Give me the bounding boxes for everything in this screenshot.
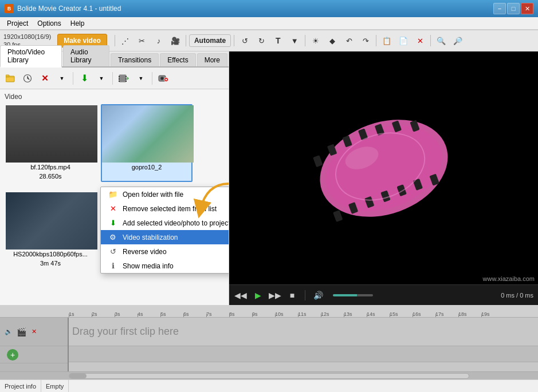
preview-controls: ◀◀ ▶ ▶▶ ■ 🔊 0 ms / 0 ms: [229, 284, 538, 305]
remove-dropdown-button[interactable]: ▼: [54, 70, 70, 86]
scroll-thumb[interactable]: [69, 374, 87, 378]
text-tool-button[interactable]: T: [270, 33, 285, 48]
ruler-mark-10s: 10s: [275, 311, 298, 317]
zoom-button[interactable]: 🔎: [450, 33, 465, 48]
svg-rect-9: [125, 78, 127, 80]
delete-track-button[interactable]: ✕: [29, 327, 39, 337]
video-track-row[interactable]: Drag your first clip here: [69, 318, 538, 346]
video-item-hs[interactable]: HS2000kbps1080p60fps... 3m 47s: [5, 191, 96, 269]
minimize-button[interactable]: −: [493, 3, 506, 14]
remove-button[interactable]: ✕: [37, 70, 53, 86]
timeline-area: 1s 2s 3s 4s 5s 6s 7s 8s 9s 10s 11s 12s 1…: [0, 305, 538, 379]
fx-tool-button[interactable]: 🎥: [168, 33, 183, 48]
open-folder-button[interactable]: [2, 70, 18, 86]
thumb-bf-visual: [6, 105, 97, 163]
tab-photo-video[interactable]: Photo/Video Library: [0, 45, 62, 68]
library-content: Video bf.120fps.mp4 28.650s: [0, 89, 229, 305]
video-item-gopro[interactable]: gopro10_2: [101, 104, 193, 182]
text-dropdown-button[interactable]: ▼: [287, 33, 302, 48]
tab-audio[interactable]: Audio Library: [63, 45, 109, 66]
audio-track-row[interactable]: [69, 346, 538, 362]
title-bar: B Bolide Movie Creator 4.1 - untitled − …: [0, 0, 538, 17]
brightness-button[interactable]: ☀: [308, 33, 323, 48]
ctx-reverse-video[interactable]: ↺ Reverse video: [101, 244, 229, 259]
ruler-mark-12s: 12s: [321, 311, 344, 317]
volume-icon[interactable]: 🔊: [311, 288, 325, 302]
audio-tool-button[interactable]: ♪: [151, 33, 166, 48]
right-panel: www.xiazaiba.com ◀◀ ▶ ▶▶ ■ 🔊 0 ms / 0 ms: [229, 52, 538, 305]
video-dropdown-button[interactable]: ▼: [133, 70, 149, 86]
insert-video-button[interactable]: [116, 70, 132, 86]
ruler-mark-2s: 2s: [92, 311, 115, 317]
tab-effects[interactable]: Effects: [160, 53, 195, 66]
window-title: Bolide Movie Creator 4.1 - untitled: [17, 5, 493, 13]
film-reel: [304, 105, 464, 231]
menu-project[interactable]: Project: [2, 18, 33, 29]
info-icon: ℹ: [108, 262, 118, 270]
crop-tool-button[interactable]: ⋰: [118, 33, 133, 48]
tb-sep1: [73, 72, 73, 85]
timeline-tracks: 🔈 🎬 ✕ + Drag your first clip here: [0, 318, 538, 371]
track-controls: 🔈 🎬 ✕ +: [0, 318, 69, 371]
thumb-hs-visual: [6, 192, 97, 250]
svg-point-14: [162, 77, 163, 79]
time-display: 0 ms / 0 ms: [501, 292, 533, 299]
redo-button[interactable]: ↷: [358, 33, 373, 48]
copy-button[interactable]: 📋: [379, 33, 394, 48]
delete-button[interactable]: ✕: [413, 33, 427, 48]
mute-video-button[interactable]: 🔈: [3, 327, 14, 337]
webcam-button[interactable]: [155, 70, 171, 86]
timeline-ruler: 1s 2s 3s 4s 5s 6s 7s 8s 9s 10s 11s 12s 1…: [0, 305, 538, 318]
add-project-icon: ⬇: [108, 219, 118, 227]
scroll-track[interactable]: [69, 373, 469, 379]
ctx-show-media-info[interactable]: ℹ Show media info: [101, 259, 229, 273]
sep2: [186, 35, 186, 46]
fast-forward-button[interactable]: ▶▶: [268, 288, 282, 302]
reverse-icon: ↺: [108, 247, 118, 256]
play-button[interactable]: ▶: [251, 288, 265, 302]
drop-zone-text: Drag your first clip here: [72, 326, 179, 338]
stop-button[interactable]: ■: [285, 288, 299, 302]
ctx-video-stabilization[interactable]: ⚙ Video stabilization: [101, 230, 229, 244]
recent-files-button[interactable]: [19, 70, 36, 86]
tab-more[interactable]: More: [197, 53, 227, 66]
ruler-mark-6s: 6s: [183, 311, 206, 317]
ruler-mark-16s: 16s: [413, 311, 435, 317]
add-track-button[interactable]: +: [7, 349, 18, 361]
tab-bar: Photo/Video Library Audio Library Transi…: [0, 52, 229, 68]
tb-sep3: [152, 72, 152, 85]
color-correct-button[interactable]: ◆: [325, 33, 340, 48]
automate-button[interactable]: Automate: [189, 34, 231, 47]
volume-slider[interactable]: [333, 294, 373, 296]
trim-tool-button[interactable]: ✂: [135, 33, 150, 48]
ruler-mark-1s: 1s: [69, 311, 92, 317]
sep6: [430, 35, 431, 46]
sep3: [234, 35, 234, 46]
arrow-pointer: [189, 178, 229, 224]
add-to-project-button[interactable]: ⬇: [76, 70, 92, 86]
video-label-gopro: gopro10_2: [102, 163, 191, 172]
menu-help[interactable]: Help: [66, 18, 89, 29]
rotate-right-button[interactable]: ↻: [254, 33, 269, 48]
svg-rect-6: [119, 78, 120, 80]
video-duration-hs: 3m 47s: [6, 259, 95, 268]
video-item-bf[interactable]: bf.120fps.mp4 28.650s: [5, 104, 96, 182]
tab-transitions[interactable]: Transitions: [111, 53, 159, 66]
video-thumb-hs: [6, 192, 97, 250]
ruler-mark-11s: 11s: [298, 311, 321, 317]
rotate-left-button[interactable]: ↺: [237, 33, 252, 48]
timeline-scrollbar[interactable]: [0, 371, 538, 379]
maximize-button[interactable]: □: [507, 3, 520, 14]
add-dropdown-button[interactable]: ▼: [93, 70, 109, 86]
svg-rect-7: [119, 81, 120, 82]
search-button[interactable]: 🔍: [434, 33, 449, 48]
ruler-mark-7s: 7s: [206, 311, 229, 317]
ruler-mark-3s: 3s: [115, 311, 138, 317]
close-button[interactable]: ✕: [521, 3, 533, 14]
paste-button[interactable]: 📄: [396, 33, 411, 48]
undo-button[interactable]: ↶: [341, 33, 356, 48]
menu-options[interactable]: Options: [33, 18, 65, 29]
sep5: [376, 35, 376, 46]
audio-track-control: +: [0, 346, 68, 363]
rewind-button[interactable]: ◀◀: [234, 288, 248, 302]
